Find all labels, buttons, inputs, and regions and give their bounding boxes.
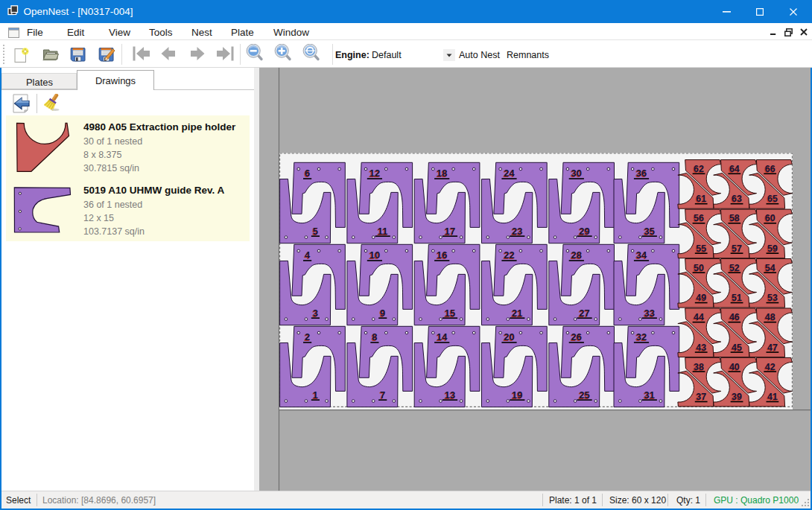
svg-text:10: 10 xyxy=(369,250,380,261)
svg-text:62: 62 xyxy=(694,164,704,174)
svg-text:55: 55 xyxy=(696,243,706,254)
svg-text:46: 46 xyxy=(729,312,740,322)
svg-text:64: 64 xyxy=(729,164,740,174)
svg-text:61: 61 xyxy=(696,194,706,204)
svg-text:47: 47 xyxy=(767,342,778,353)
svg-text:36: 36 xyxy=(636,168,647,179)
svg-text:57: 57 xyxy=(732,243,742,254)
svg-text:6: 6 xyxy=(305,168,310,179)
svg-text:43: 43 xyxy=(696,342,706,353)
svg-text:59: 59 xyxy=(767,243,778,254)
svg-text:2: 2 xyxy=(305,332,310,343)
svg-text:21: 21 xyxy=(512,307,522,319)
svg-text:33: 33 xyxy=(644,307,655,319)
svg-text:40: 40 xyxy=(729,362,740,372)
svg-text:12: 12 xyxy=(369,168,380,179)
svg-text:20: 20 xyxy=(504,332,514,343)
svg-text:24: 24 xyxy=(504,168,515,179)
svg-text:37: 37 xyxy=(696,392,706,402)
svg-text:53: 53 xyxy=(767,293,778,303)
svg-text:34: 34 xyxy=(636,250,647,261)
svg-text:27: 27 xyxy=(579,307,589,319)
svg-text:22: 22 xyxy=(504,250,514,261)
svg-text:66: 66 xyxy=(765,164,775,174)
svg-text:19: 19 xyxy=(512,389,522,401)
svg-text:52: 52 xyxy=(729,263,740,273)
svg-text:5: 5 xyxy=(313,226,318,237)
svg-text:54: 54 xyxy=(765,263,775,273)
svg-text:56: 56 xyxy=(694,213,704,223)
svg-text:8: 8 xyxy=(372,332,377,343)
svg-text:45: 45 xyxy=(732,342,742,353)
svg-text:4: 4 xyxy=(305,250,311,261)
svg-text:11: 11 xyxy=(378,226,388,237)
svg-text:3: 3 xyxy=(313,307,318,319)
svg-text:31: 31 xyxy=(644,389,655,401)
svg-text:58: 58 xyxy=(729,213,740,223)
svg-text:39: 39 xyxy=(732,392,742,402)
svg-text:51: 51 xyxy=(732,293,742,303)
svg-text:48: 48 xyxy=(765,312,775,322)
svg-text:17: 17 xyxy=(445,226,455,237)
svg-text:14: 14 xyxy=(437,332,448,343)
svg-text:28: 28 xyxy=(571,250,582,261)
svg-text:7: 7 xyxy=(380,389,385,401)
svg-text:16: 16 xyxy=(437,250,447,261)
svg-text:44: 44 xyxy=(694,312,704,322)
svg-text:50: 50 xyxy=(694,263,704,273)
svg-text:49: 49 xyxy=(696,293,706,303)
svg-text:63: 63 xyxy=(732,194,742,204)
svg-text:9: 9 xyxy=(380,307,385,319)
svg-text:65: 65 xyxy=(767,194,778,204)
svg-text:41: 41 xyxy=(767,392,778,402)
svg-text:18: 18 xyxy=(437,168,447,179)
svg-text:30: 30 xyxy=(571,168,582,179)
svg-text:35: 35 xyxy=(644,226,655,237)
svg-text:23: 23 xyxy=(512,226,522,237)
svg-text:15: 15 xyxy=(445,307,455,319)
svg-text:1: 1 xyxy=(313,389,318,401)
svg-text:60: 60 xyxy=(765,213,775,223)
svg-text:26: 26 xyxy=(571,332,582,343)
svg-text:38: 38 xyxy=(694,362,704,372)
svg-text:13: 13 xyxy=(445,389,455,401)
svg-text:29: 29 xyxy=(579,226,589,237)
svg-text:25: 25 xyxy=(579,389,589,401)
svg-text:42: 42 xyxy=(765,362,775,372)
svg-text:32: 32 xyxy=(636,332,647,343)
